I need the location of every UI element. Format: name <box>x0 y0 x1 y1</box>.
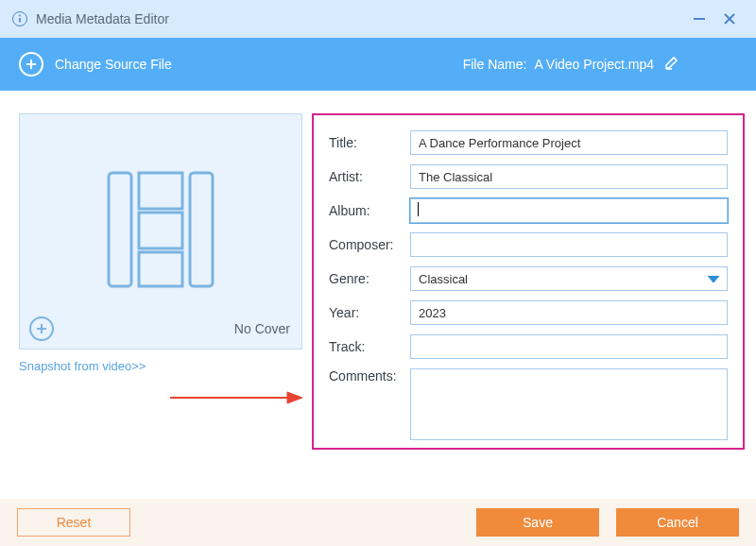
title-label: Title: <box>329 135 410 150</box>
track-input[interactable] <box>410 334 728 359</box>
app-title: Media Metadata Editor <box>36 11 169 26</box>
genre-label: Genre: <box>329 271 410 286</box>
titlebar: Media Metadata Editor <box>0 0 756 38</box>
toolbar: Change Source File File Name: A Video Pr… <box>0 38 756 91</box>
chevron-down-icon <box>708 272 719 286</box>
svg-marker-19 <box>708 276 719 282</box>
change-source-button[interactable]: Change Source File <box>19 52 172 77</box>
close-button[interactable] <box>714 4 745 34</box>
cancel-button[interactable]: Cancel <box>616 508 739 537</box>
svg-rect-12 <box>139 213 182 248</box>
artist-label: Artist: <box>329 169 410 184</box>
reset-button[interactable]: Reset <box>17 508 130 537</box>
plus-icon <box>19 52 43 77</box>
text-caret <box>418 202 419 216</box>
svg-rect-9 <box>109 173 131 286</box>
svg-rect-11 <box>139 173 182 209</box>
save-button[interactable]: Save <box>476 508 599 537</box>
add-cover-button[interactable] <box>29 316 54 341</box>
info-icon <box>11 10 28 27</box>
svg-rect-10 <box>190 173 213 286</box>
file-name-group: File Name: A Video Project.mp4 <box>463 55 680 75</box>
annotation-arrow <box>19 390 302 409</box>
cover-pane: No Cover Snapshot from video>> <box>19 113 302 489</box>
edit-filename-icon[interactable] <box>663 55 680 75</box>
minimize-button[interactable] <box>684 4 714 34</box>
svg-marker-18 <box>287 392 302 403</box>
svg-point-2 <box>19 15 21 17</box>
title-input[interactable] <box>410 130 728 155</box>
snapshot-link[interactable]: Snapshot from video>> <box>19 359 302 373</box>
svg-rect-13 <box>139 252 182 286</box>
main-area: No Cover Snapshot from video>> Title: Ar… <box>0 91 756 499</box>
comments-label: Comments: <box>329 368 410 384</box>
no-cover-label: No Cover <box>234 321 290 336</box>
composer-label: Composer: <box>329 237 410 252</box>
album-input[interactable] <box>410 198 728 223</box>
year-label: Year: <box>329 305 410 320</box>
track-label: Track: <box>329 339 410 354</box>
composer-input[interactable] <box>410 232 728 257</box>
album-label: Album: <box>329 203 410 218</box>
change-source-label: Change Source File <box>55 57 172 72</box>
footer: Reset Save Cancel <box>0 499 756 546</box>
cover-box: No Cover <box>19 113 302 350</box>
film-icon <box>99 163 222 299</box>
comments-input[interactable] <box>410 368 728 440</box>
year-input[interactable] <box>410 300 728 325</box>
artist-input[interactable] <box>410 164 728 189</box>
metadata-form: Title: Artist: Album: Composer: Genre: <box>312 113 745 450</box>
genre-select[interactable]: Classical <box>410 266 728 291</box>
file-name-label: File Name: <box>463 57 527 72</box>
file-name-value: A Video Project.mp4 <box>534 57 654 72</box>
genre-selected-value: Classical <box>419 272 468 286</box>
